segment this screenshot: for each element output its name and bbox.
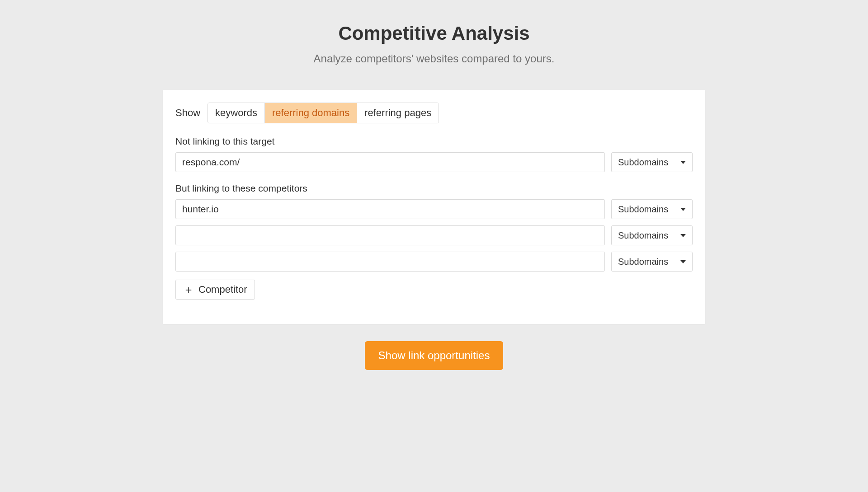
competitors-inputs: Subdomains Subdomains Subdomains	[175, 199, 693, 272]
add-competitor-button[interactable]: ＋ Competitor	[175, 280, 255, 300]
page-title: Competitive Analysis	[338, 23, 529, 44]
competitors-label: But linking to these competitors	[175, 183, 693, 194]
show-row: Show keywords referring domains referrin…	[175, 103, 693, 123]
show-label: Show	[175, 107, 200, 119]
competitor-input[interactable]	[175, 252, 605, 272]
tab-keywords[interactable]: keywords	[208, 103, 265, 123]
analysis-card: Show keywords referring domains referrin…	[163, 90, 705, 324]
show-tab-group: keywords referring domains referring pag…	[208, 103, 439, 123]
caret-down-icon	[680, 161, 686, 164]
target-scope-value: Subdomains	[618, 157, 668, 168]
competitor-scope-value: Subdomains	[618, 257, 668, 267]
page-subtitle: Analyze competitors' websites compared t…	[314, 52, 555, 65]
competitor-row: Subdomains	[175, 252, 693, 272]
competitor-scope-value: Subdomains	[618, 204, 668, 215]
tab-referring-pages[interactable]: referring pages	[357, 103, 439, 123]
competitor-input[interactable]	[175, 199, 605, 219]
show-link-opportunities-button[interactable]: Show link opportunities	[365, 341, 504, 370]
plus-icon: ＋	[183, 284, 194, 295]
competitor-input[interactable]	[175, 225, 605, 245]
caret-down-icon	[680, 208, 686, 211]
target-section: Not linking to this target Subdomains	[175, 136, 693, 172]
competitors-section: But linking to these competitors Subdoma…	[175, 183, 693, 300]
target-scope-select[interactable]: Subdomains	[611, 152, 693, 172]
add-competitor-label: Competitor	[198, 284, 247, 295]
tab-referring-domains[interactable]: referring domains	[265, 103, 357, 123]
target-input[interactable]	[175, 152, 605, 172]
target-label: Not linking to this target	[175, 136, 693, 147]
competitor-scope-select[interactable]: Subdomains	[611, 225, 693, 245]
target-input-row: Subdomains	[175, 152, 693, 172]
caret-down-icon	[680, 260, 686, 263]
competitor-scope-select[interactable]: Subdomains	[611, 199, 693, 219]
competitor-scope-value: Subdomains	[618, 230, 668, 241]
competitor-row: Subdomains	[175, 225, 693, 245]
competitor-row: Subdomains	[175, 199, 693, 219]
competitor-scope-select[interactable]: Subdomains	[611, 252, 693, 272]
caret-down-icon	[680, 234, 686, 237]
